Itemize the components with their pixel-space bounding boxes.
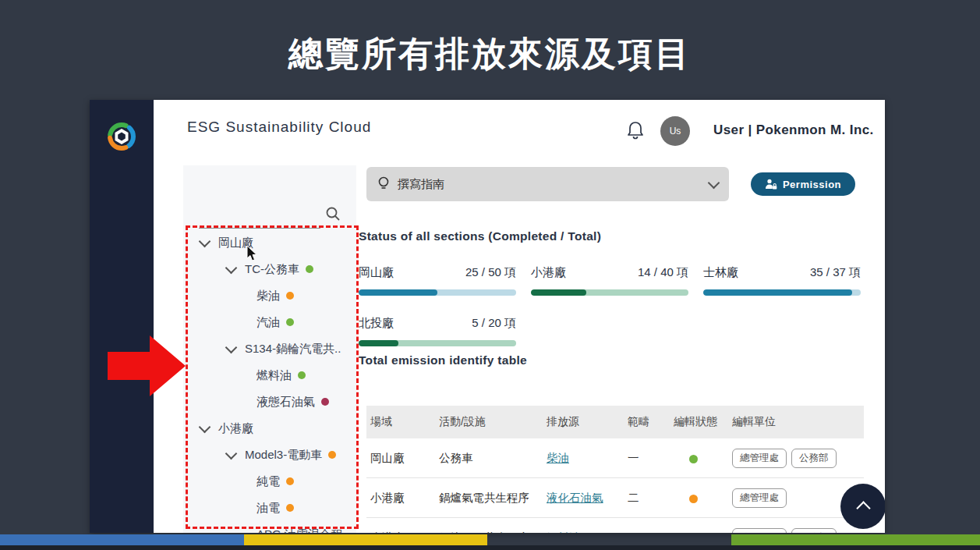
progress-header: 北投廠5 / 20 項: [359, 316, 516, 331]
tree-item-label: 小港廠: [218, 421, 253, 436]
progress-track: [359, 340, 516, 346]
table-column-header: 排放源: [543, 406, 624, 438]
table-row: 小港廠鍋爐氣電共生程序液化石油氣二總管理處: [366, 478, 864, 518]
site-name: 士林廠: [703, 265, 738, 280]
site-progress: 士林廠35 / 37 項: [703, 262, 861, 306]
app-window: ESG Sustainability Cloud Us User | Poken…: [90, 100, 885, 533]
permission-button[interactable]: Permission: [751, 172, 855, 196]
chevron-down-icon[interactable]: [199, 235, 211, 247]
progress-header: 士林廠35 / 37 項: [703, 265, 861, 280]
table-cell: 二: [624, 478, 670, 518]
unit-chip[interactable]: 總管理處: [732, 449, 787, 468]
tree-item-label: 燃料油: [256, 368, 292, 383]
permission-button-label: Permission: [783, 179, 841, 190]
tree-item[interactable]: S134-鍋輪汽電共..: [183, 335, 356, 362]
tree-item-label: 油電: [256, 501, 280, 516]
site-name: 小港廠: [531, 265, 566, 280]
tree-item-label: 汽油: [256, 315, 280, 330]
table-cell: 鍋爐氣電共生程序: [435, 478, 543, 518]
status-dot: [328, 451, 336, 459]
table-cell: 岡山廠: [366, 438, 435, 478]
tree-item-label: 液態石油氣: [256, 395, 315, 410]
table-cell: [670, 478, 728, 518]
tree-item[interactable]: 油電: [183, 495, 356, 521]
tree-item[interactable]: 汽油: [183, 309, 356, 335]
emission-identify-table: 場域活動/設施排放源範疇編輯狀態編輯單位 岡山廠公務車柴油一總管理處公務部小港廠…: [366, 406, 864, 533]
tree-item[interactable]: 純電: [183, 468, 356, 495]
progress-fill: [359, 289, 437, 296]
writing-guide-label: 撰寫指南: [398, 177, 444, 192]
emission-source-link[interactable]: 燃料油: [547, 531, 581, 534]
status-section-heading: Status of all sections (Completed / Tota…: [359, 229, 601, 243]
tree-item-label: Model3-電動車: [245, 448, 322, 463]
search-input[interactable]: [199, 209, 320, 229]
tree-item[interactable]: TC-公務車: [183, 256, 356, 282]
user-lock-icon: [765, 179, 777, 190]
table-section-heading: Total emission identify table: [359, 353, 527, 367]
unit-chip[interactable]: 總管理處: [732, 528, 787, 534]
footer-progress-segment: [0, 534, 244, 545]
status-progress-grid: 岡山廠25 / 50 項小港廠14 / 40 項士林廠35 / 37 項北投廠5…: [359, 262, 861, 357]
progress-count: 25 / 50 項: [465, 265, 516, 280]
table-column-header: 範疇: [624, 406, 670, 438]
tree-item[interactable]: APG 油電混合程: [183, 521, 356, 533]
table-cell: [670, 438, 728, 478]
tree-item[interactable]: 液態石油氣: [183, 389, 356, 415]
unit-chip[interactable]: 公務部: [791, 449, 837, 468]
unit-chip[interactable]: 總管理處: [732, 488, 787, 508]
chevron-down-icon[interactable]: [199, 420, 211, 433]
unit-chip[interactable]: 公務部: [791, 528, 837, 534]
tree-item[interactable]: 岡山廠: [183, 229, 356, 256]
site-tree-panel: 岡山廠TC-公務車柴油汽油S134-鍋輪汽電共..燃料油液態石油氣小港廠Mode…: [183, 165, 356, 533]
tree-item-label: S134-鍋輪汽電共..: [245, 342, 341, 357]
writing-guide-dropdown[interactable]: 撰寫指南: [366, 167, 729, 201]
tree-item[interactable]: 小港廠: [183, 415, 356, 442]
table-cell: 柴油: [543, 438, 624, 478]
chevron-down-icon[interactable]: [225, 341, 238, 353]
table-column-header: 場域: [366, 406, 435, 438]
search-icon[interactable]: [325, 206, 341, 222]
table-row: 小港廠鍋爐氣電共生程序燃料油二總管理處公務部: [366, 518, 864, 534]
progress-count: 5 / 20 項: [472, 316, 516, 331]
avatar[interactable]: Us: [660, 116, 690, 146]
emission-source-link[interactable]: 柴油: [547, 452, 569, 464]
tree-item[interactable]: 柴油: [183, 282, 356, 309]
status-dot: [689, 495, 698, 503]
emission-source-tree: 岡山廠TC-公務車柴油汽油S134-鍋輪汽電共..燃料油液態石油氣小港廠Mode…: [183, 229, 356, 533]
table-cell: 總管理處公務部: [728, 518, 864, 534]
app-logo-icon[interactable]: [104, 119, 140, 154]
site-progress: 小港廠14 / 40 項: [531, 262, 688, 306]
table-column-header: 編輯單位: [728, 406, 864, 438]
status-dot: [689, 455, 698, 463]
progress-track: [359, 289, 516, 296]
progress-count: 35 / 37 項: [810, 265, 861, 280]
tree-item-label: APG 油電混合程: [256, 527, 343, 534]
scroll-to-top-button[interactable]: [840, 484, 885, 529]
tree-item-label: TC-公務車: [245, 262, 299, 277]
status-dot: [286, 318, 294, 326]
progress-count: 14 / 40 項: [638, 265, 688, 280]
tree-item[interactable]: Model3-電動車: [183, 442, 356, 468]
table-cell: [670, 518, 728, 534]
status-dot: [286, 504, 294, 512]
app-sidebar: [90, 100, 154, 533]
avatar-initials: Us: [670, 126, 681, 137]
progress-fill: [531, 289, 586, 296]
table-cell: 燃料油: [543, 518, 624, 534]
footer-progress-segment: [244, 534, 487, 545]
emission-source-link[interactable]: 液化石油氣: [547, 491, 603, 504]
status-dot: [306, 265, 313, 273]
progress-fill: [703, 289, 852, 296]
table-row: 岡山廠公務車柴油一總管理處公務部: [366, 438, 864, 478]
annotation-red-arrow-icon: [106, 330, 187, 402]
status-dot: [321, 398, 329, 406]
table-column-header: 編輯狀態: [670, 406, 728, 438]
chevron-down-icon[interactable]: [225, 261, 238, 274]
chevron-down-icon[interactable]: [225, 447, 238, 460]
progress-track: [531, 289, 688, 296]
table-cell: 液化石油氣: [543, 478, 624, 518]
progress-track: [703, 289, 861, 296]
notification-bell-icon[interactable]: [626, 120, 645, 140]
table-cell: 總管理處公務部: [728, 438, 864, 478]
tree-item[interactable]: 燃料油: [183, 362, 356, 389]
